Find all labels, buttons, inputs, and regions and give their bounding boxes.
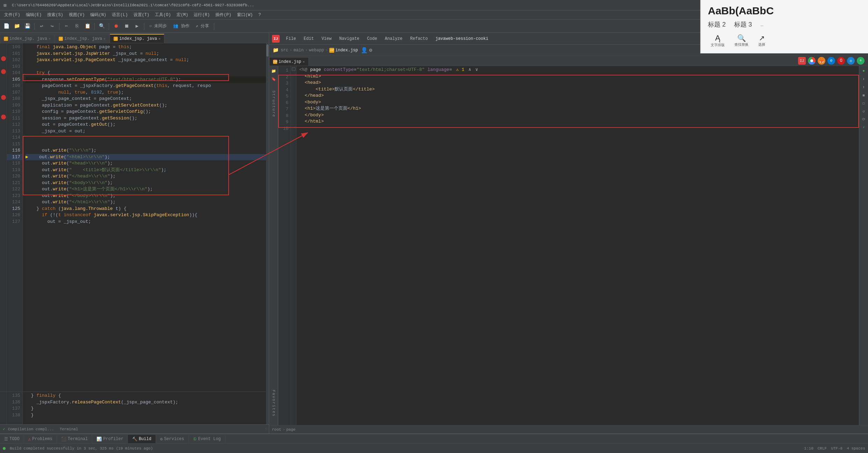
- toolbar-collab-btn[interactable]: 👥 协作: [170, 22, 192, 30]
- toolbar-sync-btn[interactable]: ○ 未同步: [146, 22, 170, 30]
- tab-3-close[interactable]: ✕: [158, 37, 160, 41]
- menu-item-macro[interactable]: 宏(M): [174, 11, 191, 19]
- right-sidebar-panel: ● ⬇ ⬆ ◼ ◻ ↺ ⟳ ⚡: [859, 66, 868, 425]
- right-sidebar-icon8[interactable]: ⚡: [860, 124, 867, 131]
- user-icon[interactable]: 👤: [361, 47, 368, 54]
- bottom-tab-eventlog[interactable]: ① Event Log: [189, 435, 225, 443]
- toolbar-share-btn[interactable]: ↗ 分享: [193, 22, 212, 30]
- bottom-status-bar: Build completed successfully in 3 sec, 3…: [0, 444, 868, 453]
- toolbar-new-btn[interactable]: 📄: [1, 21, 11, 31]
- chrome-icon[interactable]: [808, 57, 816, 65]
- wp-subtitle-row: 标题 2 标题 3 ‥: [708, 20, 861, 29]
- tab-2[interactable]: J index_jsp. java ✕: [55, 34, 109, 43]
- menu-item-search[interactable]: 搜索(S): [44, 11, 66, 19]
- right-tab-label: index.jsp: [279, 59, 301, 64]
- tab-3[interactable]: J index_jsp. java ✕: [110, 34, 164, 43]
- menu-item-settings[interactable]: 设置(T): [131, 11, 152, 19]
- bottom-tab-services[interactable]: ⚙ Services: [156, 435, 189, 443]
- menu-navigate[interactable]: Navigate: [336, 36, 362, 42]
- menu-file[interactable]: File: [283, 36, 299, 42]
- right-sidebar-icon2[interactable]: ⬇: [860, 75, 867, 82]
- right-tab-close[interactable]: ✕: [303, 60, 305, 64]
- wp-find-replace-icon[interactable]: 🔍 查找替换: [732, 32, 751, 49]
- profiler-label: Profiler: [103, 437, 123, 441]
- menu-item-run[interactable]: 运行(R): [191, 11, 213, 19]
- menu-item-lang[interactable]: 语言(L): [109, 11, 131, 19]
- toolbar-undo-btn[interactable]: ↩: [37, 21, 46, 31]
- intellij-browser-icon[interactable]: IJ: [798, 57, 806, 65]
- right-tabs-bar: JSP index.jsp ✕: [269, 56, 309, 66]
- code-line-101: javax.servlet.jsp.JspWriter _jspx_out = …: [26, 51, 266, 57]
- firefox-icon[interactable]: 🦊: [818, 57, 825, 65]
- menu-refacto[interactable]: Refacto: [407, 36, 430, 42]
- tab-2-close[interactable]: ✕: [103, 37, 106, 41]
- right-sidebar-icon6[interactable]: ↺: [860, 108, 867, 115]
- tab-3-label: index_jsp. java: [119, 36, 157, 41]
- wp-title-area: AaBb(AaBbC: [708, 6, 861, 16]
- right-sidebar-icon7[interactable]: ⟳: [860, 116, 867, 123]
- code-line-106: pageContext = _jspxFactory.getPageContex…: [26, 83, 266, 89]
- toolbar-copy-btn[interactable]: ⎘: [72, 21, 82, 31]
- toolbar-macro-stop-btn[interactable]: ⏹: [122, 21, 131, 31]
- menu-item-help[interactable]: ?: [256, 12, 264, 18]
- menu-analyze[interactable]: Analyze: [382, 36, 405, 42]
- right-sidebar-icon1[interactable]: ●: [860, 67, 867, 74]
- bottom-tab-todo[interactable]: ☰ TODO: [0, 435, 24, 443]
- settings-icon[interactable]: ⚙: [369, 47, 372, 53]
- menu-item-plugin[interactable]: 插件(P): [213, 11, 234, 19]
- menu-edit[interactable]: Edit: [301, 36, 317, 42]
- bottom-tab-profiler[interactable]: 📊 Profiler: [92, 435, 128, 443]
- tab-1-close[interactable]: ✕: [49, 37, 51, 41]
- right-sidebar-icon4[interactable]: ◼: [860, 92, 867, 98]
- wp-text-format-icon[interactable]: Ą 文字排版: [708, 32, 727, 49]
- right-sidebar-icon3[interactable]: ⬆: [860, 83, 867, 90]
- toolbar-macro-rec-btn[interactable]: ⏺: [111, 21, 121, 31]
- toolbar-paste-btn[interactable]: 📋: [83, 21, 92, 31]
- bookmark-vtab[interactable]: 🔖: [270, 75, 277, 82]
- project-icon[interactable]: 📁: [272, 46, 279, 54]
- menu-item-view[interactable]: 视图(V): [66, 11, 88, 19]
- menu-item-edit[interactable]: 编辑(E): [23, 11, 45, 19]
- right-line-10: [299, 125, 856, 132]
- wp-select-icon[interactable]: ↗ 选择: [755, 32, 768, 49]
- toolbar-open-btn[interactable]: 📁: [12, 21, 22, 31]
- opera-icon[interactable]: O: [837, 57, 845, 65]
- code-line-124: out.write("</html>\\r\\n");: [26, 199, 266, 206]
- fold-icon-1[interactable]: −: [292, 67, 295, 71]
- eventlog-icon: ①: [193, 437, 197, 442]
- tab-1[interactable]: J index_jsp. java ✕: [0, 34, 55, 43]
- right-sidebar-icon5[interactable]: ◻: [860, 100, 867, 107]
- right-code-content[interactable]: <%@ page contentType="text/html;charset=…: [296, 66, 859, 425]
- build-label: Build: [139, 437, 151, 441]
- toolbar-redo-btn[interactable]: ↪: [47, 21, 57, 31]
- right-tab-indexjsp[interactable]: JSP index.jsp ✕: [269, 57, 309, 66]
- editor-scrollbar[interactable]: [266, 43, 269, 424]
- favorites-label: Favorites: [272, 390, 276, 417]
- left-vertical-panel: 📁 🔖 Structure Favorites: [269, 66, 278, 425]
- menu-item-window[interactable]: 窗口(W): [234, 11, 256, 19]
- toolbar-cut-btn[interactable]: ✂: [62, 21, 71, 31]
- project-vtab[interactable]: 📁: [270, 67, 277, 74]
- wp-heading2: 标题 2: [708, 20, 726, 29]
- build-status-icon: [3, 447, 6, 450]
- more-browsers-icon[interactable]: +: [857, 57, 865, 65]
- toolbar-macro-play-btn[interactable]: ▶: [132, 21, 142, 31]
- menu-item-file[interactable]: 文件(F): [1, 11, 23, 19]
- menu-item-tools[interactable]: 工具(O): [152, 11, 174, 19]
- code-line-113: _jspx_out = out;: [26, 128, 266, 135]
- intellij-logo: IJ: [272, 35, 280, 43]
- safari-icon[interactable]: ◎: [847, 57, 855, 65]
- menu-view[interactable]: View: [319, 36, 335, 42]
- terminal-tab-small[interactable]: Terminal: [57, 427, 81, 431]
- position-label: 1:10: [804, 446, 813, 451]
- code-content[interactable]: final java.lang.Object page = this; java…: [23, 43, 269, 424]
- right-line-8: </body>: [299, 112, 856, 119]
- bottom-tab-terminal[interactable]: ⬛ Terminal: [57, 435, 93, 443]
- toolbar-find-btn[interactable]: 🔍: [97, 21, 107, 31]
- edge-icon[interactable]: e: [827, 57, 835, 65]
- menu-code[interactable]: Code: [364, 36, 380, 42]
- bottom-tab-problems[interactable]: ⚠ Problems: [24, 435, 57, 443]
- bottom-tab-build[interactable]: 🔨 Build: [128, 435, 156, 443]
- toolbar-save-btn[interactable]: 💾: [22, 21, 32, 31]
- menu-item-encode[interactable]: 编码(N): [87, 11, 109, 19]
